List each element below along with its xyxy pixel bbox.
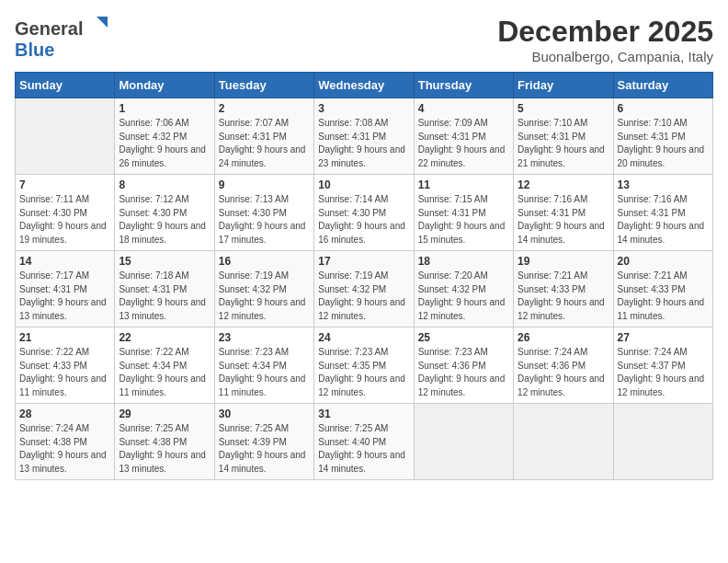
calendar-cell: 10Sunrise: 7:14 AMSunset: 4:30 PMDayligh…: [314, 175, 414, 251]
day-info: Sunrise: 7:14 AMSunset: 4:30 PMDaylight:…: [318, 193, 409, 247]
calendar-cell: 31Sunrise: 7:25 AMSunset: 4:40 PMDayligh…: [314, 404, 414, 480]
calendar-cell: 11Sunrise: 7:15 AMSunset: 4:31 PMDayligh…: [414, 175, 513, 251]
day-number: 22: [119, 331, 210, 344]
calendar-cell: 2Sunrise: 7:07 AMSunset: 4:31 PMDaylight…: [214, 98, 313, 175]
calendar-cell: 20Sunrise: 7:21 AMSunset: 4:33 PMDayligh…: [613, 251, 712, 327]
day-number: 11: [418, 178, 509, 191]
calendar-cell: 8Sunrise: 7:12 AMSunset: 4:30 PMDaylight…: [115, 175, 214, 251]
calendar-cell: [16, 98, 115, 175]
day-info: Sunrise: 7:23 AMSunset: 4:36 PMDaylight:…: [418, 346, 509, 399]
calendar-cell: 30Sunrise: 7:25 AMSunset: 4:39 PMDayligh…: [214, 404, 313, 480]
calendar-cell: 5Sunrise: 7:10 AMSunset: 4:31 PMDaylight…: [514, 98, 613, 175]
calendar-cell: 3Sunrise: 7:08 AMSunset: 4:31 PMDaylight…: [314, 98, 414, 175]
logo-general-text: General: [15, 18, 83, 39]
day-info: Sunrise: 7:16 AMSunset: 4:31 PMDaylight:…: [518, 193, 609, 247]
logo: General Blue: [15, 15, 109, 61]
day-number: 15: [119, 255, 210, 268]
calendar-cell: 18Sunrise: 7:20 AMSunset: 4:32 PMDayligh…: [414, 251, 513, 327]
header-sunday: Sunday: [16, 73, 115, 98]
location-text: Buonalbergo, Campania, Italy: [497, 49, 713, 64]
day-info: Sunrise: 7:21 AMSunset: 4:33 PMDaylight:…: [618, 270, 709, 323]
calendar-cell: 6Sunrise: 7:10 AMSunset: 4:31 PMDaylight…: [613, 98, 712, 175]
header-tuesday: Tuesday: [214, 73, 313, 98]
calendar-cell: 1Sunrise: 7:06 AMSunset: 4:32 PMDaylight…: [115, 98, 214, 175]
calendar-table: SundayMondayTuesdayWednesdayThursdayFrid…: [15, 72, 713, 480]
svg-marker-0: [97, 17, 108, 28]
day-info: Sunrise: 7:19 AMSunset: 4:32 PMDaylight:…: [318, 270, 409, 323]
day-number: 5: [518, 102, 609, 115]
day-number: 29: [119, 408, 210, 420]
calendar-week-row: 21Sunrise: 7:22 AMSunset: 4:33 PMDayligh…: [16, 327, 713, 404]
header-wednesday: Wednesday: [314, 73, 414, 98]
calendar-cell: [414, 404, 513, 480]
day-info: Sunrise: 7:21 AMSunset: 4:33 PMDaylight:…: [518, 270, 609, 323]
calendar-cell: 15Sunrise: 7:18 AMSunset: 4:31 PMDayligh…: [115, 251, 214, 327]
day-info: Sunrise: 7:22 AMSunset: 4:34 PMDaylight:…: [119, 346, 210, 399]
header-friday: Friday: [514, 73, 613, 98]
calendar-week-row: 28Sunrise: 7:24 AMSunset: 4:38 PMDayligh…: [16, 404, 713, 480]
day-number: 24: [318, 331, 409, 344]
calendar-cell: 22Sunrise: 7:22 AMSunset: 4:34 PMDayligh…: [115, 327, 214, 404]
day-info: Sunrise: 7:18 AMSunset: 4:31 PMDaylight:…: [119, 270, 210, 323]
day-number: 30: [219, 408, 310, 420]
month-title: December 2025: [497, 15, 713, 49]
calendar-cell: 4Sunrise: 7:09 AMSunset: 4:31 PMDaylight…: [414, 98, 513, 175]
day-info: Sunrise: 7:13 AMSunset: 4:30 PMDaylight:…: [219, 193, 310, 247]
calendar-cell: 24Sunrise: 7:23 AMSunset: 4:35 PMDayligh…: [314, 327, 414, 404]
day-info: Sunrise: 7:12 AMSunset: 4:30 PMDaylight:…: [119, 193, 210, 247]
day-number: 9: [219, 178, 310, 191]
header-saturday: Saturday: [613, 73, 712, 98]
calendar-cell: 23Sunrise: 7:23 AMSunset: 4:34 PMDayligh…: [214, 327, 313, 404]
day-info: Sunrise: 7:24 AMSunset: 4:36 PMDaylight:…: [518, 346, 609, 399]
day-number: 14: [19, 255, 110, 268]
day-info: Sunrise: 7:09 AMSunset: 4:31 PMDaylight:…: [418, 117, 509, 170]
day-number: 25: [418, 331, 509, 344]
day-info: Sunrise: 7:17 AMSunset: 4:31 PMDaylight:…: [19, 270, 110, 323]
day-number: 23: [219, 331, 310, 344]
calendar-week-row: 14Sunrise: 7:17 AMSunset: 4:31 PMDayligh…: [16, 251, 713, 327]
day-number: 17: [318, 255, 409, 268]
day-info: Sunrise: 7:07 AMSunset: 4:31 PMDaylight:…: [219, 117, 310, 170]
calendar-cell: 25Sunrise: 7:23 AMSunset: 4:36 PMDayligh…: [414, 327, 513, 404]
day-info: Sunrise: 7:08 AMSunset: 4:31 PMDaylight:…: [318, 117, 409, 170]
calendar-cell: 19Sunrise: 7:21 AMSunset: 4:33 PMDayligh…: [514, 251, 613, 327]
day-info: Sunrise: 7:10 AMSunset: 4:31 PMDaylight:…: [518, 117, 609, 170]
day-number: 16: [219, 255, 310, 268]
day-info: Sunrise: 7:24 AMSunset: 4:38 PMDaylight:…: [19, 422, 110, 476]
day-info: Sunrise: 7:23 AMSunset: 4:35 PMDaylight:…: [318, 346, 409, 399]
day-number: 1: [119, 102, 210, 115]
calendar-cell: 12Sunrise: 7:16 AMSunset: 4:31 PMDayligh…: [514, 175, 613, 251]
calendar-header-row: SundayMondayTuesdayWednesdayThursdayFrid…: [16, 73, 713, 98]
calendar-cell: 14Sunrise: 7:17 AMSunset: 4:31 PMDayligh…: [16, 251, 115, 327]
calendar-cell: 16Sunrise: 7:19 AMSunset: 4:32 PMDayligh…: [214, 251, 313, 327]
header-thursday: Thursday: [414, 73, 513, 98]
calendar-cell: 9Sunrise: 7:13 AMSunset: 4:30 PMDaylight…: [214, 175, 313, 251]
day-info: Sunrise: 7:10 AMSunset: 4:31 PMDaylight:…: [618, 117, 709, 170]
day-number: 31: [318, 408, 409, 420]
day-info: Sunrise: 7:16 AMSunset: 4:31 PMDaylight:…: [618, 193, 709, 247]
calendar-cell: [514, 404, 613, 480]
title-block: December 2025 Buonalbergo, Campania, Ita…: [497, 15, 713, 64]
day-number: 20: [618, 255, 709, 268]
day-number: 4: [418, 102, 509, 115]
day-number: 27: [618, 331, 709, 344]
calendar-cell: [613, 404, 712, 480]
day-info: Sunrise: 7:25 AMSunset: 4:40 PMDaylight:…: [318, 422, 409, 476]
calendar-cell: 7Sunrise: 7:11 AMSunset: 4:30 PMDaylight…: [16, 175, 115, 251]
day-number: 10: [318, 178, 409, 191]
calendar-cell: 17Sunrise: 7:19 AMSunset: 4:32 PMDayligh…: [314, 251, 414, 327]
day-number: 3: [318, 102, 409, 115]
day-number: 19: [518, 255, 609, 268]
day-info: Sunrise: 7:22 AMSunset: 4:33 PMDaylight:…: [19, 346, 110, 399]
day-info: Sunrise: 7:20 AMSunset: 4:32 PMDaylight:…: [418, 270, 509, 323]
day-number: 18: [418, 255, 509, 268]
logo-blue-text: Blue: [15, 40, 54, 60]
page-header: General Blue December 2025 Buonalbergo, …: [15, 15, 713, 64]
day-info: Sunrise: 7:15 AMSunset: 4:31 PMDaylight:…: [418, 193, 509, 247]
header-monday: Monday: [115, 73, 214, 98]
calendar-cell: 21Sunrise: 7:22 AMSunset: 4:33 PMDayligh…: [16, 327, 115, 404]
day-info: Sunrise: 7:23 AMSunset: 4:34 PMDaylight:…: [219, 346, 310, 399]
day-number: 7: [19, 178, 110, 191]
day-number: 8: [119, 178, 210, 191]
calendar-cell: 28Sunrise: 7:24 AMSunset: 4:38 PMDayligh…: [16, 404, 115, 480]
